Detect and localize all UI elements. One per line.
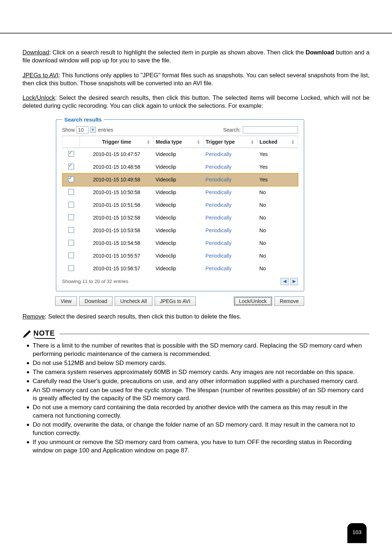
cell-media-type: Videoclip bbox=[154, 186, 204, 199]
search-results-figure: Search results Show 10 ▾ entries Search: bbox=[55, 116, 369, 306]
top-header-band bbox=[0, 0, 392, 34]
row-checkbox[interactable] bbox=[68, 176, 74, 182]
table-row[interactable]: 2010-01-15 10:47:57VideoclipPeriodically… bbox=[62, 148, 298, 161]
table-row[interactable]: 2010-01-15 10:51:58VideoclipPeriodically… bbox=[62, 199, 298, 212]
note-item: Do not use 512MB and below SD memory car… bbox=[25, 359, 369, 368]
table-row[interactable]: 2010-01-15 10:49:58VideoclipPeriodically… bbox=[62, 173, 298, 186]
note-item: Do not modify, overwrite the data, or ch… bbox=[25, 421, 369, 438]
table-row[interactable]: 2010-01-15 10:52:58VideoclipPeriodically… bbox=[62, 212, 298, 224]
cell-locked: Yes bbox=[257, 173, 298, 186]
note-item: There is a limit to the number of rewrit… bbox=[25, 342, 369, 358]
sort-icon: ▲▼ bbox=[250, 139, 254, 144]
cell-trigger-type: Periodically bbox=[203, 173, 257, 186]
search-input[interactable] bbox=[243, 126, 298, 134]
cell-trigger-time: 2010-01-15 10:54:58 bbox=[80, 237, 154, 250]
cell-trigger-time: 2010-01-15 10:52:58 bbox=[80, 212, 154, 224]
column-checkbox bbox=[62, 136, 80, 148]
table-row[interactable]: 2010-01-15 10:55:57VideoclipPeriodically… bbox=[62, 250, 298, 262]
row-checkbox[interactable] bbox=[68, 164, 74, 169]
term-jpegs-to-avi: JPEGs to AVI bbox=[23, 72, 58, 78]
paragraph-remove: Remove: Select the desired search result… bbox=[23, 312, 369, 320]
prev-page-button[interactable]: ◀ bbox=[281, 278, 289, 285]
cell-trigger-time: 2010-01-15 10:50:58 bbox=[80, 186, 154, 199]
cell-trigger-time: 2010-01-15 10:53:58 bbox=[80, 224, 154, 237]
jpegs-to-avi-button[interactable]: JPEGs to AVI bbox=[155, 296, 196, 306]
cell-trigger-type: Periodically bbox=[203, 224, 257, 237]
cell-locked: No bbox=[257, 186, 298, 199]
sort-icon: ▲▼ bbox=[291, 139, 295, 144]
note-item: The camera system reserves approximately… bbox=[25, 368, 369, 377]
results-table: Trigger time▲▼ Media type▲▼ Trigger type… bbox=[62, 136, 298, 275]
row-checkbox[interactable] bbox=[68, 253, 74, 258]
cell-trigger-time: 2010-01-15 10:47:57 bbox=[80, 148, 154, 161]
row-checkbox[interactable] bbox=[68, 265, 74, 271]
search-results-legend: Search results bbox=[62, 116, 104, 123]
row-checkbox[interactable] bbox=[68, 214, 74, 220]
paragraph-lock-unlock: Lock/Unlock: Select the desired search r… bbox=[23, 94, 369, 110]
cell-media-type: Videoclip bbox=[154, 161, 204, 173]
row-checkbox[interactable] bbox=[68, 227, 74, 233]
note-item: An SD memory card can be used for the cy… bbox=[25, 386, 369, 403]
cell-media-type: Videoclip bbox=[154, 148, 204, 161]
action-button-row: View Download Uncheck All JPEGs to AVI L… bbox=[55, 296, 304, 306]
cell-trigger-time: 2010-01-15 10:49:58 bbox=[80, 173, 154, 186]
download-button[interactable]: Download bbox=[79, 296, 113, 306]
chevron-down-icon[interactable]: ▾ bbox=[90, 127, 96, 133]
table-row[interactable]: 2010-01-15 10:56:57VideoclipPeriodically… bbox=[62, 262, 298, 275]
cell-media-type: Videoclip bbox=[154, 250, 204, 262]
show-label: Show bbox=[62, 127, 75, 133]
note-heading-row: NOTE bbox=[23, 329, 369, 339]
table-row[interactable]: 2010-01-15 10:48:58VideoclipPeriodically… bbox=[62, 161, 298, 173]
notes-list: There is a limit to the number of rewrit… bbox=[25, 342, 369, 455]
cell-trigger-type: Periodically bbox=[203, 186, 257, 199]
cell-trigger-time: 2010-01-15 10:56:57 bbox=[80, 262, 154, 275]
cell-trigger-time: 2010-01-15 10:55:57 bbox=[80, 250, 154, 262]
term-download: Download bbox=[23, 49, 49, 56]
cell-locked: No bbox=[257, 237, 298, 250]
note-item: Carefully read the User's guide, precaut… bbox=[25, 377, 369, 386]
cell-trigger-time: 2010-01-15 10:51:58 bbox=[80, 199, 154, 212]
term-lock-unlock: Lock/Unlock bbox=[23, 94, 55, 101]
column-media-type[interactable]: Media type▲▼ bbox=[154, 136, 204, 148]
pen-icon bbox=[23, 329, 32, 338]
paragraph-download: Download: Click on a search result to hi… bbox=[23, 48, 369, 65]
note-item: If you unmount or remove the SD memory c… bbox=[25, 438, 369, 455]
column-trigger-type[interactable]: Trigger type▲▼ bbox=[203, 136, 257, 148]
page-number: 103 bbox=[347, 523, 367, 543]
row-checkbox[interactable] bbox=[68, 151, 74, 157]
table-row[interactable]: 2010-01-15 10:54:58VideoclipPeriodically… bbox=[62, 237, 298, 250]
cell-trigger-type: Periodically bbox=[203, 199, 257, 212]
note-heading: NOTE bbox=[33, 329, 55, 339]
cell-locked: Yes bbox=[257, 148, 298, 161]
cell-trigger-time: 2010-01-15 10:48:58 bbox=[80, 161, 154, 173]
cell-locked: Yes bbox=[257, 161, 298, 173]
row-checkbox[interactable] bbox=[68, 240, 74, 246]
table-row[interactable]: 2010-01-15 10:53:58VideoclipPeriodically… bbox=[62, 224, 298, 237]
cell-locked: No bbox=[257, 250, 298, 262]
sort-icon: ▲▼ bbox=[147, 139, 150, 144]
note-item: Do not use a memory card containing the … bbox=[25, 403, 369, 420]
cell-trigger-type: Periodically bbox=[203, 148, 257, 161]
table-row[interactable]: 2010-01-15 10:50:58VideoclipPeriodically… bbox=[62, 186, 298, 199]
cell-trigger-type: Periodically bbox=[203, 237, 257, 250]
cell-locked: No bbox=[257, 212, 298, 224]
cell-media-type: Videoclip bbox=[154, 173, 204, 186]
uncheck-all-button[interactable]: Uncheck All bbox=[115, 296, 152, 306]
cell-media-type: Videoclip bbox=[154, 262, 204, 275]
cell-locked: No bbox=[257, 224, 298, 237]
cell-trigger-type: Periodically bbox=[203, 212, 257, 224]
next-page-button[interactable]: ▶ bbox=[290, 278, 298, 285]
remove-button[interactable]: Remove bbox=[274, 296, 304, 306]
column-locked[interactable]: Locked▲▼ bbox=[257, 136, 298, 148]
cell-media-type: Videoclip bbox=[154, 212, 204, 224]
cell-trigger-type: Periodically bbox=[203, 161, 257, 173]
column-trigger-time[interactable]: Trigger time▲▼ bbox=[80, 136, 154, 148]
row-checkbox[interactable] bbox=[68, 202, 74, 208]
paragraph-jpegs-to-avi: JPEGs to AVI: This functions only applie… bbox=[23, 71, 369, 87]
entries-count-select[interactable]: 10 bbox=[76, 126, 89, 134]
lock-unlock-button[interactable]: Lock/Unlock bbox=[234, 296, 272, 306]
row-checkbox[interactable] bbox=[68, 189, 74, 195]
view-button[interactable]: View bbox=[55, 296, 77, 306]
cell-locked: No bbox=[257, 262, 298, 275]
search-label: Search: bbox=[223, 127, 241, 133]
